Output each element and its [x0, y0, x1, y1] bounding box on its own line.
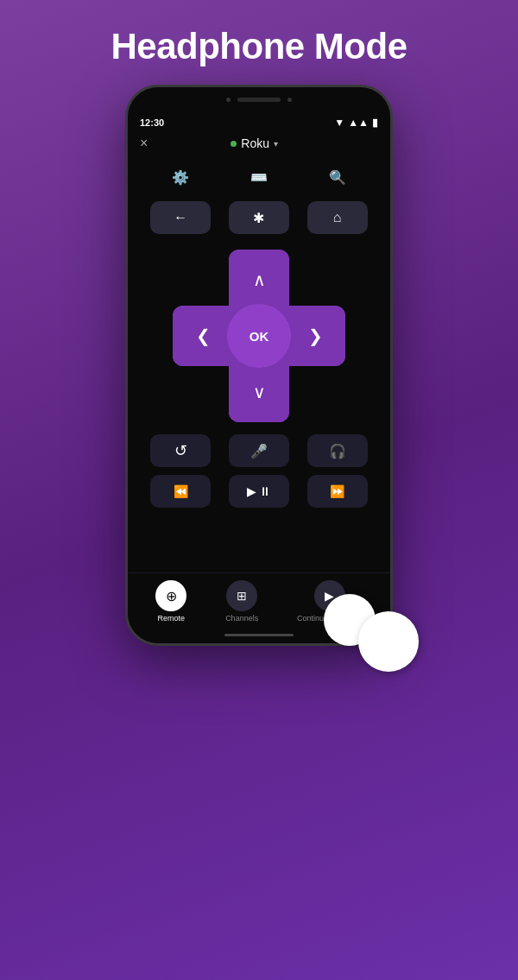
phone-device: 12:30 ▼ ▲▲ ▮ × Roku ▾ ⚙: [125, 85, 393, 646]
rewind-button[interactable]: ⏪: [150, 475, 211, 508]
channels-icon-symbol: ⊞: [237, 589, 247, 603]
remote-nav-label: Remote: [158, 614, 186, 623]
options-icon: ✱: [253, 210, 264, 226]
signal-icon: ▲▲: [348, 117, 369, 129]
wifi-icon: ▼: [334, 117, 344, 129]
nav-item-remote[interactable]: ⊕ Remote: [155, 580, 186, 623]
phone-screen: 12:30 ▼ ▲▲ ▮ × Roku ▾ ⚙: [128, 111, 390, 643]
roku-device-name: Roku: [241, 136, 269, 150]
status-time: 12:30: [140, 117, 164, 128]
earbud-right: [358, 611, 419, 672]
camera-dot-right: [287, 98, 292, 102]
dpad-down-icon: ∨: [253, 382, 266, 402]
roku-status-dot: [231, 141, 237, 147]
page-title: Headphone Mode: [111, 0, 407, 85]
battery-icon: ▮: [372, 117, 378, 129]
phone-notch: [128, 87, 390, 111]
remote-icon-symbol: ⊕: [166, 588, 177, 604]
dpad-right-icon: ❯: [308, 326, 323, 346]
phone-speaker: [237, 98, 281, 102]
keyboard-button[interactable]: ⌨️: [229, 161, 289, 193]
dpad-right-button[interactable]: ❯: [285, 306, 345, 366]
nav-buttons-row: ← ✱ ⌂: [128, 196, 390, 239]
roku-indicator[interactable]: Roku ▾: [231, 136, 278, 150]
channels-nav-icon: ⊞: [226, 580, 257, 611]
settings-icon: ⚙️: [172, 169, 189, 186]
play-pause-icon: ▶ ⏸: [247, 484, 272, 498]
mic-button[interactable]: 🎤: [229, 434, 289, 467]
rewind-icon: ⏪: [174, 484, 188, 498]
dpad-container: ∧ ∨ ❮ ❯ OK: [128, 239, 390, 431]
mic-icon: 🎤: [250, 443, 268, 459]
remote-nav-icon: ⊕: [155, 580, 186, 611]
fast-forward-icon: ⏩: [330, 484, 344, 498]
keyboard-icon: ⌨️: [250, 169, 268, 186]
dpad-ok-button[interactable]: OK: [224, 301, 294, 370]
channels-nav-label: Channels: [225, 614, 258, 623]
top-bar: × Roku ▾: [128, 132, 390, 158]
play-pause-button[interactable]: ▶ ⏸: [229, 475, 289, 508]
back-icon: ←: [174, 210, 187, 225]
phone-frame: 12:30 ▼ ▲▲ ▮ × Roku ▾ ⚙: [125, 85, 393, 646]
camera-dot-left: [226, 98, 231, 102]
earbuds-decoration: [289, 568, 427, 672]
dpad-left-icon: ❮: [196, 326, 211, 346]
home-bar: [224, 634, 294, 636]
media-row: ↺ 🎤 🎧: [128, 431, 390, 471]
home-button[interactable]: ⌂: [307, 201, 368, 234]
dpad-up-icon: ∧: [253, 269, 266, 290]
status-icons: ▼ ▲▲ ▮: [334, 117, 378, 129]
fast-forward-button[interactable]: ⏩: [307, 475, 368, 508]
settings-button[interactable]: ⚙️: [150, 161, 211, 193]
dpad-down-button[interactable]: ∨: [229, 362, 289, 422]
options-button[interactable]: ✱: [229, 201, 289, 234]
playback-row: ⏪ ▶ ⏸ ⏩: [128, 471, 390, 512]
nav-item-channels[interactable]: ⊞ Channels: [225, 580, 258, 623]
top-icons-row: ⚙️ ⌨️ 🔍: [128, 158, 390, 196]
roku-dropdown-arrow: ▾: [274, 139, 278, 149]
home-icon: ⌂: [333, 210, 342, 225]
replay-button[interactable]: ↺: [150, 434, 211, 467]
headphone-icon: 🎧: [329, 443, 346, 459]
close-button[interactable]: ×: [140, 136, 148, 151]
search-icon: 🔍: [329, 169, 346, 186]
dpad: ∧ ∨ ❮ ❯ OK: [173, 250, 345, 422]
search-button[interactable]: 🔍: [307, 161, 368, 193]
status-bar: 12:30 ▼ ▲▲ ▮: [128, 111, 390, 132]
back-button[interactable]: ←: [150, 201, 211, 234]
replay-icon: ↺: [174, 441, 187, 460]
headphone-button[interactable]: 🎧: [307, 434, 368, 467]
